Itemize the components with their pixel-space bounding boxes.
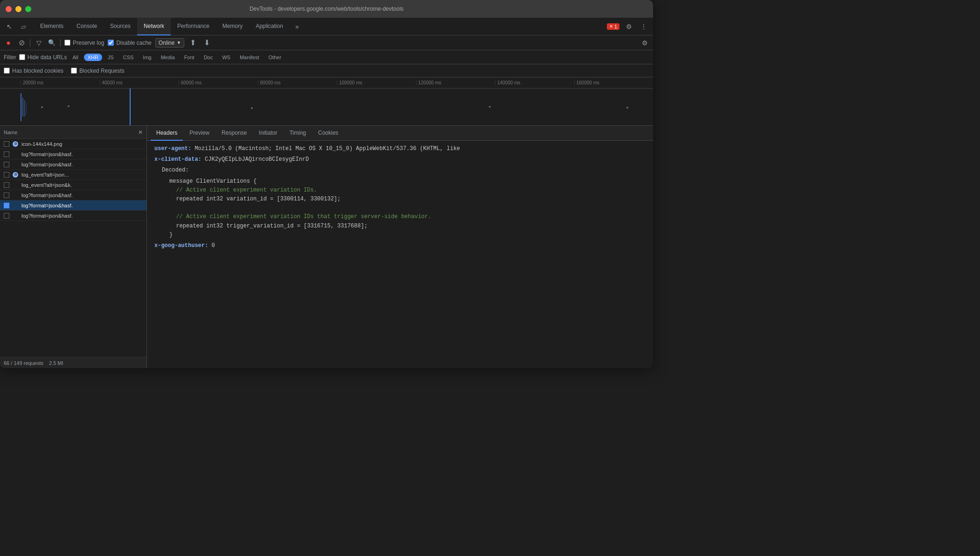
request-item[interactable]: ⚙ icon-144x144.png <box>0 139 146 149</box>
request-type-icon: ⚙ <box>12 172 19 178</box>
divider2 <box>60 39 61 47</box>
request-checkbox[interactable] <box>4 141 9 147</box>
tab-performance[interactable]: Performance <box>171 18 216 35</box>
request-name: icon-144x144.png <box>21 141 143 147</box>
network-settings-icon[interactable]: ⚙ <box>640 38 649 48</box>
request-checkbox[interactable] <box>4 192 9 198</box>
svg-point-2 <box>68 105 70 107</box>
request-checkbox[interactable] <box>4 162 9 167</box>
request-item[interactable]: log?format=json&hasf. <box>0 190 146 200</box>
close-button[interactable] <box>6 6 12 12</box>
chevron-down-icon: ▼ <box>176 40 181 45</box>
hide-data-urls-label[interactable]: Hide data URLs <box>19 54 67 61</box>
detail-tab-bar: Headers Preview Response Initiator Timin… <box>147 126 653 141</box>
request-list-panel: Name ✕ ⚙ icon-144x144.png log?form <box>0 126 147 368</box>
more-tabs-button[interactable]: » <box>292 23 303 30</box>
tab-console[interactable]: Console <box>70 18 104 35</box>
filter-manifest[interactable]: Manifest <box>236 54 263 61</box>
tab-initiator[interactable]: Initiator <box>253 126 283 141</box>
request-item[interactable]: log?format=json&hasf. <box>0 159 146 170</box>
tab-memory[interactable]: Memory <box>216 18 249 35</box>
tab-application[interactable]: Application <box>249 18 290 35</box>
filter-xhr[interactable]: XHR <box>84 54 102 61</box>
import-export-buttons: ⬆ ⬇ <box>188 38 211 48</box>
svg-point-3 <box>251 107 253 109</box>
timeline-label-6: 140000 ms <box>495 80 574 85</box>
disable-cache-checkbox[interactable] <box>108 40 114 46</box>
filter-css[interactable]: CSS <box>119 54 138 61</box>
timeline-label-7: 160000 ms <box>574 80 653 85</box>
filter-ws[interactable]: WS <box>218 54 234 61</box>
divider <box>30 39 30 47</box>
record-button[interactable]: ● <box>4 38 13 48</box>
settings-icon[interactable]: ⚙ <box>623 21 634 32</box>
clear-button[interactable]: ⊘ <box>17 38 26 48</box>
request-checkbox[interactable] <box>4 213 9 219</box>
tab-preview[interactable]: Preview <box>184 126 215 141</box>
request-checkbox[interactable] <box>4 151 9 157</box>
filter-img[interactable]: Img <box>139 54 155 61</box>
headers-content: user-agent: Mozilla/5.0 (Macintosh; Inte… <box>147 141 653 368</box>
request-count: 66 / 149 requests <box>4 360 43 366</box>
tab-sources[interactable]: Sources <box>104 18 137 35</box>
more-options-icon[interactable]: ⋮ <box>638 21 649 32</box>
tab-network[interactable]: Network <box>137 18 171 35</box>
filter-row2: Has blocked cookies Blocked Requests <box>0 64 653 77</box>
request-name: log_event?alt=json&k. <box>21 182 143 188</box>
request-checkbox[interactable] <box>4 182 9 188</box>
hide-data-urls-checkbox[interactable] <box>19 54 25 60</box>
tab-timing[interactable]: Timing <box>284 126 312 141</box>
tab-headers[interactable]: Headers <box>151 126 183 141</box>
download-icon[interactable]: ⬇ <box>202 38 211 48</box>
request-type-icon: ⚙ <box>12 141 19 147</box>
tab-response[interactable]: Response <box>216 126 252 141</box>
blocked-requests-label[interactable]: Blocked Requests <box>71 68 125 74</box>
preserve-log-label[interactable]: Preserve log <box>64 40 104 46</box>
window-title: DevTools - developers.google.com/web/too… <box>250 6 403 12</box>
filter-icon[interactable]: ▽ <box>34 38 43 48</box>
device-toggle-icon[interactable]: ▱ <box>18 21 29 32</box>
request-checkbox[interactable] <box>4 172 9 178</box>
timeline-label-4: 100000 ms <box>337 80 416 85</box>
tab-elements[interactable]: Elements <box>34 18 70 35</box>
waterfall-svg <box>0 89 653 126</box>
request-checkbox[interactable] <box>4 203 9 208</box>
error-badge: ✕ 1 <box>607 23 619 30</box>
tab-cookies[interactable]: Cookies <box>313 126 344 141</box>
request-item[interactable]: log_event?alt=json&k. <box>0 180 146 190</box>
timeline-labels-row: 20000 ms 40000 ms 60000 ms 80000 ms 1000… <box>0 77 653 89</box>
blocked-requests-checkbox[interactable] <box>71 68 77 74</box>
filter-js[interactable]: JS <box>104 54 118 61</box>
upload-icon[interactable]: ⬆ <box>188 38 197 48</box>
svg-rect-9 <box>26 103 27 114</box>
request-item[interactable]: log?format=json&hasf. <box>0 149 146 159</box>
has-blocked-cookies-checkbox[interactable] <box>4 68 10 74</box>
request-detail-panel: Headers Preview Response Initiator Timin… <box>147 126 653 368</box>
svg-point-1 <box>41 106 43 108</box>
has-blocked-cookies-label[interactable]: Has blocked cookies <box>4 68 63 74</box>
filter-doc[interactable]: Doc <box>200 54 217 61</box>
maximize-button[interactable] <box>25 6 31 12</box>
search-icon[interactable]: 🔍 <box>47 38 56 48</box>
filter-all[interactable]: All <box>69 54 82 61</box>
close-detail-panel-button[interactable]: ✕ <box>138 129 143 136</box>
devtools-icons: ↖ ▱ <box>4 21 29 32</box>
decoded-section: Decoded: message ClientVariations { // A… <box>154 166 646 240</box>
request-type-icon <box>12 202 19 209</box>
main-content-area: Name ✕ ⚙ icon-144x144.png log?form <box>0 126 653 368</box>
request-item-selected[interactable]: log?format=json&hasf. <box>0 200 146 211</box>
cursor-icon[interactable]: ↖ <box>4 21 15 32</box>
preserve-log-checkbox[interactable] <box>64 40 70 46</box>
request-item[interactable]: log?format=json&hasf. <box>0 211 146 221</box>
filter-font[interactable]: Font <box>181 54 198 61</box>
minimize-button[interactable] <box>15 6 21 12</box>
request-type-icon <box>12 192 19 199</box>
request-type-icon <box>12 213 19 219</box>
request-item[interactable]: ⚙ log_event?alt=json... <box>0 170 146 180</box>
timeline-label-2: 60000 ms <box>179 80 258 85</box>
disable-cache-label[interactable]: Disable cache <box>108 40 151 46</box>
filter-media[interactable]: Media <box>157 54 179 61</box>
timeline-labels: 20000 ms 40000 ms 60000 ms 80000 ms 1000… <box>0 80 653 85</box>
throttle-select[interactable]: Online ▼ <box>155 38 185 48</box>
filter-other[interactable]: Other <box>265 54 285 61</box>
